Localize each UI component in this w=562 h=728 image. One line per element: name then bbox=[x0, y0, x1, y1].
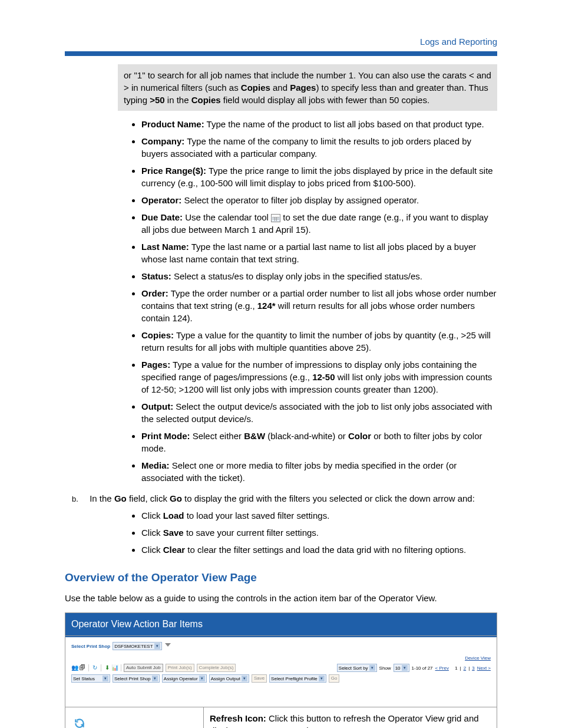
bullet-text: Use the calendar tool bbox=[183, 212, 271, 222]
step-go: Go bbox=[114, 493, 127, 503]
preflight-label: Select Preflight Profile bbox=[271, 676, 318, 682]
bullet-media: Media: Select one or more media to filte… bbox=[141, 459, 497, 484]
bullet-clear: Click Clear to clear the filter settings… bbox=[141, 543, 497, 556]
chart-icon[interactable]: 📊 bbox=[111, 664, 118, 671]
chevron-down-icon: ▾ bbox=[369, 665, 375, 671]
preflight-dropdown[interactable]: Select Preflight Profile ▾ bbox=[269, 674, 326, 683]
bullet-save: Click Save to save your current filter s… bbox=[141, 526, 497, 539]
bullet-label: Due Date: bbox=[141, 212, 183, 222]
chevron-down-icon: ▾ bbox=[242, 676, 247, 681]
sort-by-dropdown[interactable]: Select Sort by ▾ bbox=[337, 664, 377, 672]
pager-prev[interactable]: < Prev bbox=[435, 665, 449, 671]
assign-operator-dropdown[interactable]: Assign Operator ▾ bbox=[162, 674, 207, 683]
bullet-label: Price Range($): bbox=[141, 166, 206, 176]
print-shop-dropdown[interactable]: DSFSMOKETEST ▾ bbox=[113, 642, 161, 650]
assign-output-dropdown[interactable]: Assign Output ▾ bbox=[209, 674, 249, 683]
step-text: to display the grid with the filters you… bbox=[182, 493, 475, 503]
step-letter: b. bbox=[72, 494, 87, 505]
chevron-down-icon: ▾ bbox=[103, 676, 108, 681]
sort-by-label: Select Sort by bbox=[339, 665, 368, 671]
chevron-down-icon: ▾ bbox=[152, 676, 158, 681]
refresh-label: Refresh Icon: bbox=[210, 713, 266, 723]
action-bar-table: Operator View Action Bar Items Select Pr… bbox=[65, 612, 497, 728]
bullet-label: Media: bbox=[141, 460, 170, 470]
go-button[interactable]: Go bbox=[329, 674, 340, 683]
bullet-order: Order: Type the order number or a partia… bbox=[141, 287, 497, 324]
bullet-label: Company: bbox=[141, 136, 184, 146]
bullet-load: Click Load to load your last saved filte… bbox=[141, 509, 497, 522]
mock-actionbar: Select Print Shop DSFSMOKETEST ▾ Device … bbox=[65, 636, 497, 707]
pager-sep: | bbox=[460, 665, 461, 671]
step-text: In the bbox=[90, 493, 114, 503]
save-button[interactable]: Save bbox=[252, 674, 267, 683]
bullet-example: 124* bbox=[257, 301, 276, 311]
bullet-pages: Pages: Type a value for the number of im… bbox=[141, 358, 497, 396]
bullet-color: Color bbox=[348, 431, 371, 441]
refresh-icon[interactable]: ↻ bbox=[91, 664, 98, 671]
table-header: Operator View Action Bar Items bbox=[65, 612, 497, 635]
bullet-text: Select a status/es to display only jobs … bbox=[171, 271, 422, 281]
select-print-shop-dropdown[interactable]: Select Print Shop ▾ bbox=[113, 674, 160, 683]
step-b: b. In the Go field, click Go to display … bbox=[72, 492, 497, 505]
bullet-output: Output: Select the output device/s assoc… bbox=[141, 400, 497, 425]
bullet-label: Copies: bbox=[141, 330, 174, 340]
chevron-down-icon: ▾ bbox=[154, 643, 160, 649]
bullet-text: (black-and-white) or bbox=[265, 431, 348, 441]
pager-sep bbox=[451, 665, 452, 671]
complete-jobs-button[interactable]: Complete Job(s) bbox=[197, 664, 236, 672]
bullet-label: Print Mode: bbox=[141, 431, 190, 441]
bullet-operator: Operator: Select the operator to filter … bbox=[141, 194, 497, 206]
select-print-shop-label: Select Print Shop bbox=[71, 643, 110, 650]
refresh-icon-cell bbox=[65, 707, 204, 728]
bullet-label: Status: bbox=[141, 271, 171, 281]
bullet-text: to save your current filter settings. bbox=[184, 528, 319, 538]
people-icon[interactable]: 👥 bbox=[71, 664, 78, 671]
note-text: in the bbox=[165, 95, 191, 105]
pager-next[interactable]: Next > bbox=[477, 665, 491, 671]
note-copies2: Copies bbox=[191, 95, 221, 105]
bullet-product-name: Product Name: Type the name of the produ… bbox=[141, 118, 497, 130]
bullet-label: Product Name: bbox=[141, 119, 204, 129]
print-jobs-button[interactable]: Print Job(s) bbox=[166, 664, 194, 672]
refresh-description-cell: Refresh Icon: Click this button to refre… bbox=[204, 707, 497, 728]
pager-sep: | bbox=[468, 665, 470, 671]
bullet-print-mode: Print Mode: Select either B&W (black-and… bbox=[141, 430, 497, 454]
assign-operator-label: Assign Operator bbox=[164, 676, 198, 682]
bullet-price-range: Price Range($): Type the price range to … bbox=[141, 164, 497, 189]
show-label: Show bbox=[379, 665, 391, 671]
bullet-text: to clear the filter settings and load th… bbox=[185, 545, 466, 555]
bullet-text: Type a value for the quantity to limit t… bbox=[141, 330, 491, 353]
bullet-text: Click bbox=[141, 545, 163, 555]
pager-3[interactable]: 3 bbox=[472, 665, 474, 671]
bullet-text: Select either bbox=[190, 431, 244, 441]
set-status-dropdown[interactable]: Set Status ▾ bbox=[71, 674, 110, 683]
auto-submit-button[interactable]: Auto Submit Job bbox=[124, 664, 163, 672]
step-go: Go bbox=[170, 493, 182, 503]
overview-intro: Use the table below as a guide to using … bbox=[65, 592, 497, 604]
bullet-text: Click bbox=[141, 510, 163, 521]
bullet-status: Status: Select a status/es to display on… bbox=[141, 270, 497, 282]
bullet-label: Last Name: bbox=[141, 242, 189, 252]
show-dropdown[interactable]: 10 ▾ bbox=[394, 664, 409, 672]
assign-output-label: Assign Output bbox=[211, 676, 240, 682]
filter-icon[interactable] bbox=[164, 643, 171, 650]
note-box: or "1" to search for all job names that … bbox=[118, 64, 497, 111]
export-icon[interactable]: ⬇ bbox=[104, 664, 111, 671]
pager-range: 1-10 of 27 bbox=[412, 665, 433, 671]
bullet-example: 12-50 bbox=[312, 372, 335, 382]
note-gt50: >50 bbox=[150, 95, 164, 105]
bullet-text: Type the name of the product to list all… bbox=[204, 119, 484, 129]
bullet-bw: B&W bbox=[244, 431, 265, 441]
note-pages: Pages bbox=[290, 83, 316, 93]
note-text: field would display all jobs with fewer … bbox=[221, 95, 429, 105]
note-copies: Copies bbox=[241, 83, 270, 93]
bullet-label: Load bbox=[163, 510, 184, 521]
copy-icon[interactable]: 🗐 bbox=[79, 664, 86, 671]
pager-2[interactable]: 2 bbox=[464, 665, 466, 671]
device-view-link[interactable]: Device View bbox=[465, 655, 491, 661]
step-text: field, click bbox=[127, 493, 170, 503]
chevron-down-icon: ▾ bbox=[199, 676, 205, 681]
bullet-label: Save bbox=[163, 528, 184, 538]
bullet-text: Select one or more media to filter jobs … bbox=[141, 460, 457, 483]
select-print-shop-label: Select Print Shop bbox=[114, 676, 151, 682]
